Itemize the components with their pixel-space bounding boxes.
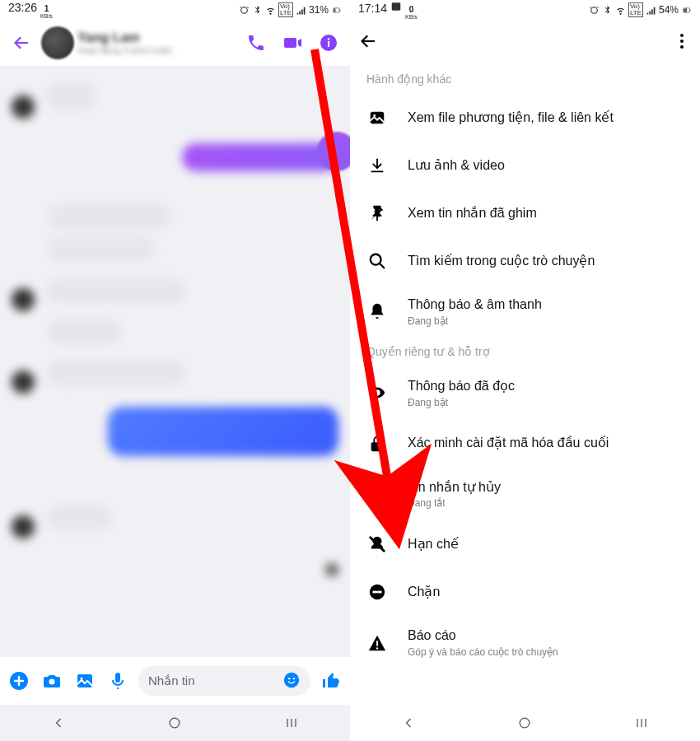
status-bar-right: 17:14 0 KB/s Vo)LTE 54% bbox=[350, 0, 700, 20]
download-icon bbox=[366, 155, 388, 176]
nav-recents[interactable] bbox=[633, 715, 650, 731]
add-button[interactable] bbox=[7, 669, 31, 693]
battery-icon bbox=[331, 5, 342, 16]
signal-icon bbox=[296, 5, 306, 16]
wifi-icon bbox=[615, 5, 626, 16]
row-report[interactable]: Báo cáo Góp ý và báo cáo cuộc trò chuyện bbox=[350, 616, 700, 669]
camera-button[interactable] bbox=[40, 669, 64, 693]
block-icon bbox=[366, 581, 388, 603]
svg-rect-17 bbox=[689, 9, 690, 11]
message-placeholder: Nhắn tin bbox=[148, 673, 195, 688]
svg-point-29 bbox=[376, 647, 378, 649]
row-encryption[interactable]: Xác minh cài đặt mã hóa đầu cuối bbox=[350, 420, 700, 468]
svg-point-7 bbox=[49, 679, 55, 685]
battery-percent: 31% bbox=[309, 4, 329, 16]
svg-rect-4 bbox=[328, 41, 329, 47]
nav-home[interactable] bbox=[166, 715, 183, 731]
restrict-icon bbox=[366, 534, 388, 555]
bell-icon bbox=[366, 301, 388, 322]
signal-icon bbox=[646, 5, 656, 16]
nav-home[interactable] bbox=[516, 715, 533, 731]
nav-back[interactable] bbox=[50, 715, 67, 731]
wifi-icon bbox=[265, 5, 276, 16]
svg-point-13 bbox=[170, 718, 180, 728]
svg-rect-2 bbox=[339, 9, 340, 11]
pin-icon bbox=[366, 203, 388, 224]
image-icon bbox=[366, 107, 388, 128]
status-icons: Vo)LTE 31% bbox=[239, 2, 342, 17]
eye-icon bbox=[366, 382, 388, 403]
row-block[interactable]: Chặn bbox=[350, 568, 700, 616]
chat-header: Yang Lam Hoạt động 3 phút trước bbox=[0, 20, 350, 66]
svg-point-5 bbox=[328, 38, 330, 40]
android-navbar bbox=[0, 705, 350, 741]
svg-point-22 bbox=[373, 114, 376, 117]
svg-point-19 bbox=[680, 40, 684, 43]
avatar[interactable] bbox=[41, 26, 74, 59]
svg-rect-27 bbox=[373, 591, 382, 594]
battery-percent: 54% bbox=[659, 4, 679, 16]
clock-time: 17:14 bbox=[358, 2, 387, 15]
svg-rect-28 bbox=[376, 641, 378, 645]
svg-rect-14 bbox=[392, 2, 401, 10]
detail-header bbox=[350, 20, 700, 66]
bluetooth-icon bbox=[252, 5, 263, 16]
svg-rect-23 bbox=[376, 216, 378, 221]
row-save[interactable]: Lưu ảnh & video bbox=[350, 142, 700, 189]
row-pinned[interactable]: Xem tin nhắn đã ghim bbox=[350, 189, 700, 237]
bluetooth-icon bbox=[602, 5, 613, 16]
history-icon bbox=[366, 483, 388, 505]
clock-time: 23:26 bbox=[8, 1, 37, 14]
data-rate: 1 KB/s bbox=[40, 5, 53, 19]
info-button[interactable] bbox=[312, 26, 345, 59]
status-icons: Vo)LTE 54% bbox=[589, 2, 692, 17]
contact-name-block[interactable]: Yang Lam Hoạt động 3 phút trước bbox=[77, 30, 236, 56]
warning-icon bbox=[366, 632, 388, 654]
status-bar-left: 23:26 1 KB/s Vo)LTE 31% bbox=[0, 0, 350, 20]
row-restrict[interactable]: Hạn chế bbox=[350, 520, 700, 568]
compose-bar: Nhắn tin bbox=[0, 657, 350, 705]
more-button[interactable] bbox=[672, 31, 692, 54]
svg-point-20 bbox=[680, 45, 684, 49]
svg-point-9 bbox=[81, 678, 83, 680]
svg-point-11 bbox=[288, 677, 290, 678]
gallery-button[interactable] bbox=[72, 669, 97, 693]
back-button[interactable] bbox=[358, 31, 378, 54]
search-icon bbox=[366, 250, 388, 272]
svg-point-30 bbox=[520, 718, 530, 728]
row-media[interactable]: Xem file phương tiện, file & liên kết bbox=[350, 94, 700, 142]
android-navbar bbox=[350, 705, 700, 741]
settings-list[interactable]: Hành động khác Xem file phương tiện, fil… bbox=[350, 66, 700, 705]
svg-point-12 bbox=[293, 677, 295, 678]
row-read-receipts[interactable]: Thông báo đã đọc Đang bật bbox=[350, 366, 700, 420]
svg-rect-1 bbox=[334, 8, 335, 12]
nav-recents[interactable] bbox=[283, 715, 300, 731]
section-actions: Hành động khác bbox=[350, 66, 700, 94]
alarm-icon bbox=[589, 5, 600, 16]
alarm-icon bbox=[239, 5, 250, 16]
svg-point-25 bbox=[376, 391, 379, 394]
message-input[interactable]: Nhắn tin bbox=[138, 666, 310, 696]
row-search[interactable]: Tìm kiếm trong cuộc trò chuyện bbox=[350, 237, 700, 285]
row-disappearing[interactable]: Tin nhắn tự hủy Đang tắt bbox=[350, 468, 700, 521]
svg-rect-16 bbox=[684, 8, 687, 12]
battery-icon bbox=[681, 5, 692, 16]
voice-call-button[interactable] bbox=[240, 26, 273, 59]
chat-body[interactable] bbox=[0, 66, 350, 657]
data-rate: 0 KB/s bbox=[405, 6, 418, 20]
emoji-button[interactable] bbox=[282, 671, 301, 692]
section-privacy: Quyền riêng tư & hỗ trợ bbox=[350, 338, 700, 366]
svg-point-10 bbox=[284, 672, 299, 687]
image-indicator-icon bbox=[390, 1, 402, 12]
svg-point-18 bbox=[680, 34, 684, 37]
video-call-button[interactable] bbox=[276, 26, 309, 59]
nav-back[interactable] bbox=[400, 715, 417, 731]
back-button[interactable] bbox=[5, 26, 38, 59]
row-notifications[interactable]: Thông báo & âm thanh Đang bật bbox=[350, 285, 700, 338]
like-button[interactable] bbox=[319, 669, 343, 693]
lock-icon bbox=[366, 433, 388, 454]
mic-button[interactable] bbox=[105, 669, 130, 693]
